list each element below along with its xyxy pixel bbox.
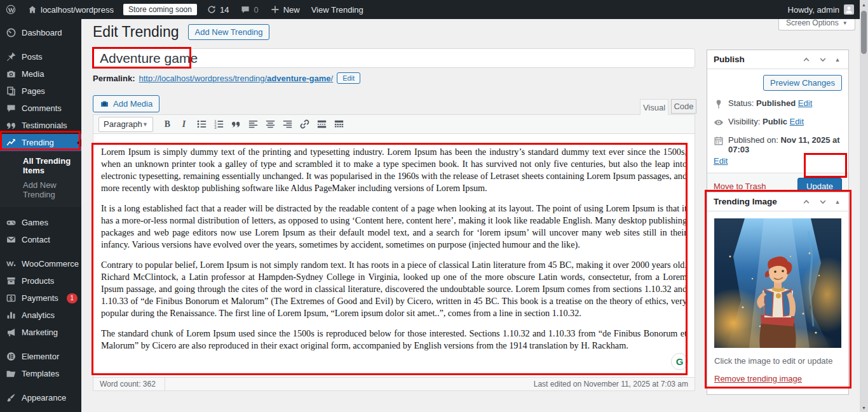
sidebar-item-media[interactable]: Media [0,65,81,83]
collapse-toggle-icon[interactable]: ▲ [832,199,843,205]
sidebar-item-products[interactable]: Products [0,272,81,289]
submenu-item-add-new-trending[interactable]: Add New Trending [0,178,81,202]
account-menu[interactable]: Howdy, admin [788,4,868,15]
new-menu[interactable]: New [264,0,306,19]
editor-content-area[interactable]: Lorem Ipsum is simply dummy text of the … [93,133,695,378]
sidebar-item-elementor[interactable]: Elementor [0,348,81,365]
store-coming-soon-badge[interactable]: Store coming soon [123,4,197,15]
add-new-trending-button[interactable]: Add New Trending [188,24,270,40]
numbered-list-button[interactable]: 123 [211,117,227,132]
svg-text:B: B [165,119,170,129]
trending-image-body: Click the image to edit or update Remove… [707,211,848,394]
chevron-down-icon: ▼ [142,121,148,128]
visibility-row: Visibility: Public Edit [714,117,842,128]
wordpress-logo-menu[interactable] [0,0,22,19]
sidebar-item-label: Pages [22,86,45,96]
sidebar-item-posts[interactable]: Posts [0,48,81,65]
sidebar-item-label: Payments [22,293,58,303]
view-trending-link[interactable]: View Trending [306,0,369,19]
align-right-button[interactable] [280,117,295,132]
add-media-icon [100,99,109,109]
read-more-button[interactable] [314,117,330,132]
sidebar-item-comments[interactable]: Comments [0,100,81,117]
wordpress-admin-page: localhost/wordpress Store coming soon 14… [0,0,868,412]
marketing-icon [6,327,17,338]
sidebar-item-trending[interactable]: Trending [0,134,81,151]
sidebar-item-appearance[interactable]: Appearance [0,389,81,406]
tab-code[interactable]: Code [671,99,696,114]
scroll-up-icon[interactable]: ▲ [860,0,868,9]
editor-toolbar: Paragraph ▼ BI123 [93,114,695,134]
permalink-edit-button[interactable]: Edit [337,72,360,84]
sidebar-item-yith[interactable]: YITH [0,406,81,412]
page-scrollbar[interactable]: ▲ ▼ [860,0,868,412]
italic-icon: I [179,118,191,130]
post-title-input[interactable] [93,48,695,68]
edit-status-link[interactable]: Edit [798,98,812,108]
permalink-link[interactable]: http://localhost/wordpress/trending/adve… [139,74,333,83]
sidebar-item-pages[interactable]: Pages [0,83,81,100]
updates-indicator[interactable]: 14 [201,0,234,19]
sidebar-item-dashboard[interactable]: Dashboard [0,24,81,41]
add-media-label: Add Media [113,99,153,109]
trending-image-panel: Trending Image ▲ [707,192,849,395]
align-left-button[interactable] [245,117,261,132]
align-center-button[interactable] [262,117,278,132]
sidebar-item-templates[interactable]: Templates [0,365,81,382]
sidebar-item-testimonials[interactable]: Testimonials [0,117,81,134]
link-button[interactable] [297,117,313,132]
sidebar-item-woocommerce[interactable]: WooCommerce [0,255,81,272]
toolbar-toggle-button[interactable] [331,117,347,132]
trending-image-panel-title: Trending Image [714,197,777,206]
sidebar-item-marketing[interactable]: Marketing [0,324,81,341]
trending-image-thumbnail[interactable] [714,218,841,348]
align-center-icon [264,118,276,130]
sidebar-item-payments[interactable]: Payments1 [0,289,81,307]
move-down-icon[interactable] [815,196,831,208]
sidebar-item-analytics[interactable]: Analytics [0,307,81,324]
grammarly-button[interactable]: G [671,353,688,370]
last-edited-label: Last edited on November 11, 2025 at 7:03… [534,380,688,389]
read-more-icon [316,118,328,130]
add-media-button[interactable]: Add Media [93,95,159,112]
bold-icon: B [161,118,173,130]
status-pin-icon [714,99,724,109]
sidebar-item-label: Media [22,69,44,79]
move-to-trash-link[interactable]: Move to Trash [714,182,766,191]
submenu-item-all-trending-items[interactable]: All Trending Items [0,154,81,178]
payments-icon [6,293,17,303]
site-name-link[interactable]: localhost/wordpress [22,0,119,19]
comments-indicator[interactable]: 0 [234,0,264,19]
games-icon [6,217,17,228]
sidebar-item-label: Analytics [22,310,55,320]
paragraph-format-dropdown[interactable]: Paragraph ▼ [98,117,153,132]
italic-button[interactable]: I [177,117,193,132]
site-name-label: localhost/wordpress [41,5,114,15]
tab-visual[interactable]: Visual [640,99,668,115]
trending-image-panel-header[interactable]: Trending Image ▲ [707,192,848,211]
sidebar-item-contact[interactable]: Contact [0,231,81,248]
bold-button[interactable]: B [159,117,175,132]
edit-published-date-link[interactable]: Edit [714,156,728,166]
move-down-icon[interactable] [815,53,831,66]
blockquote-button[interactable] [228,117,244,132]
scrollbar-thumb[interactable] [861,11,867,54]
toolbar-toggle-icon [333,118,345,130]
publish-panel-header[interactable]: Publish ▲ [707,50,848,69]
preview-changes-button[interactable]: Preview Changes [763,75,842,91]
edit-visibility-link[interactable]: Edit [790,117,804,126]
page-title: Edit Trending [93,23,179,41]
screen-options-label: Screen Options [786,18,839,27]
sidebar-item-games[interactable]: Games [0,214,81,231]
scroll-down-icon[interactable]: ▼ [860,403,868,412]
bulleted-list-button[interactable] [194,117,210,132]
sidebar-item-label: Templates [22,369,59,378]
dashboard-icon [6,27,17,38]
remove-trending-image-link[interactable]: Remove trending image [714,374,802,383]
move-up-icon[interactable] [799,196,814,208]
new-label: New [283,5,300,15]
chevron-down-icon: ▼ [843,20,848,26]
collapse-toggle-icon[interactable]: ▲ [832,56,843,63]
move-up-icon[interactable] [799,53,814,66]
plus-icon [270,4,280,15]
